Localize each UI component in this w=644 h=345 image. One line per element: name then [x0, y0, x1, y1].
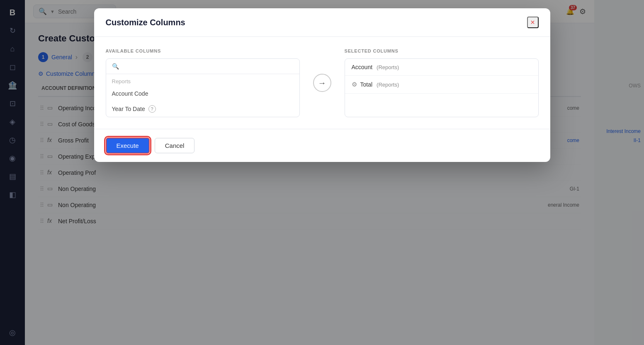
column-item-label: Account Code [112, 90, 148, 97]
modal-header: Customize Columns × [94, 8, 550, 37]
available-search-input[interactable] [122, 63, 294, 70]
execute-button[interactable]: Execute [106, 138, 150, 154]
column-group-label: Reports [106, 74, 299, 86]
column-item-account-code[interactable]: Account Code [106, 86, 299, 101]
selected-columns-box: Account (Reports) ⚙ Total (Reports) [345, 58, 539, 117]
selected-columns-panel: SELECTED COLUMNS Account (Reports) ⚙ Tot… [345, 48, 539, 117]
selected-item-label: Account [352, 64, 373, 70]
customize-columns-modal: Customize Columns × AVAILABLE COLUMNS 🔍 … [94, 8, 550, 162]
modal-overlay: Customize Columns × AVAILABLE COLUMNS 🔍 … [0, 0, 644, 345]
selected-columns-label: SELECTED COLUMNS [345, 48, 539, 53]
transfer-area: → [310, 48, 335, 117]
app-container: B ↻ ⌂ ◻ 🏦 ⊡ ◈ ◷ ◉ ▤ ◧ ◎ 🔍 ▼ 🔔 37 ⚙ [0, 0, 644, 345]
help-icon[interactable]: ? [148, 105, 156, 113]
column-item-year-to-date[interactable]: Year To Date ? [106, 101, 299, 117]
modal-footer: Execute Cancel [94, 129, 550, 162]
column-item-label: Year To Date [112, 106, 145, 112]
selected-item-sub: (Reports) [377, 82, 399, 88]
transfer-button[interactable]: → [313, 74, 331, 92]
cancel-button[interactable]: Cancel [155, 138, 195, 153]
selected-item-account: Account (Reports) [345, 59, 538, 76]
available-columns-panel: AVAILABLE COLUMNS 🔍 Reports Account Code… [106, 48, 300, 117]
selected-item-sub: (Reports) [377, 64, 399, 70]
modal-title: Customize Columns [106, 18, 185, 27]
selected-item-total: ⚙ Total (Reports) [345, 76, 538, 94]
selected-item-label: Total [360, 81, 373, 88]
available-search-row: 🔍 [106, 59, 299, 74]
modal-body: AVAILABLE COLUMNS 🔍 Reports Account Code… [94, 37, 550, 129]
available-columns-label: AVAILABLE COLUMNS [106, 48, 300, 53]
available-columns-box: 🔍 Reports Account Code Year To Date ? [106, 58, 300, 117]
modal-close-button[interactable]: × [527, 17, 539, 28]
gear-icon: ⚙ [352, 81, 357, 88]
search-icon: 🔍 [112, 63, 119, 70]
